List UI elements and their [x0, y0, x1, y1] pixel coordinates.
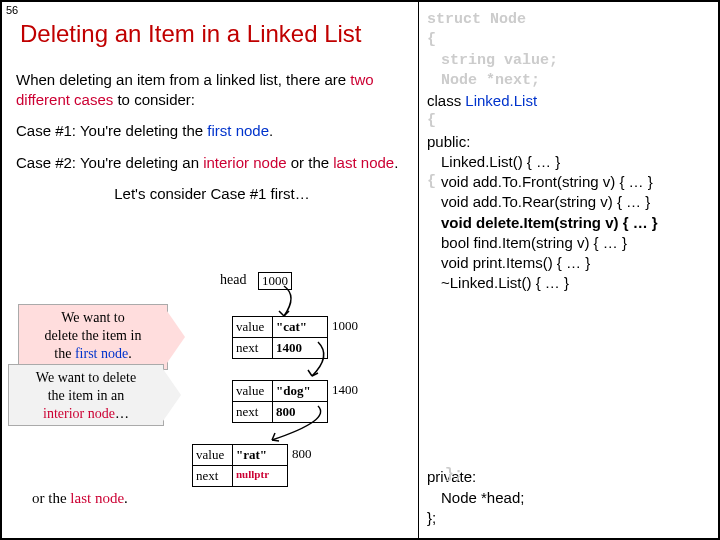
delete-line: void delete.Item(string v) { … } [441, 213, 712, 233]
diagram: head 1000 value"cat" next1400 1000 value… [22, 272, 402, 532]
private-label: private: [427, 467, 524, 487]
callout-first-node: We want to delete the item in the first … [18, 304, 168, 370]
addfront-line: void add.To.Front(string v) { … } [441, 173, 653, 190]
intro-text: When deleting an item from a linked list… [16, 70, 408, 109]
lets-consider: Let's consider Case #1 first… [16, 184, 408, 204]
slide-number: 56 [6, 4, 18, 16]
arrow-1-2 [312, 342, 342, 382]
public-label: public: [427, 132, 712, 152]
head-label: head [220, 272, 246, 288]
dtor-line: ~Linked.List() { … } [441, 273, 712, 293]
ghost-struct: struct Node { string value; Node *next; [427, 10, 712, 91]
addr-3: 800 [292, 446, 312, 462]
left-column: When deleting an item from a linked list… [16, 66, 408, 216]
find-line: bool find.Item(string v) { … } [441, 233, 712, 253]
ghost-brace: { [427, 111, 712, 131]
ghost-inner-brace: { [427, 172, 436, 192]
case-1: Case #1: You're deleting the first node. [16, 121, 408, 141]
node-3: value"rat" nextnullptr [192, 444, 288, 487]
or-last-node: or the last node. [32, 490, 128, 507]
arrow-2-3 [312, 406, 342, 446]
addr-1: 1000 [332, 318, 358, 334]
print-line: void print.Items() { … } [441, 253, 712, 273]
class-end: }; [427, 508, 524, 528]
case-2: Case #2: You're deleting an interior nod… [16, 153, 408, 173]
addrear-line: void add.To.Rear(string v) { … } [441, 192, 712, 212]
class-decl: class Linked.List [427, 91, 712, 111]
ctor-line: Linked.List() { … } [441, 152, 712, 172]
addr-2: 1400 [332, 382, 358, 398]
callout-interior-node: We want to delete the item in an interio… [8, 364, 164, 426]
slide: 56 Deleting an Item in a Linked List Whe… [0, 0, 720, 540]
head-member: Node *head; [441, 488, 524, 508]
ghost-end: }; [445, 465, 463, 485]
code-panel: struct Node { string value; Node *next; … [418, 2, 718, 538]
